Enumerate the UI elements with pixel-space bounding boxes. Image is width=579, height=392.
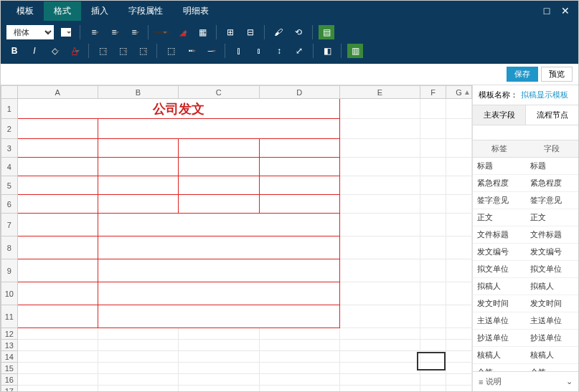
font-size-select[interactable] [58,25,74,39]
cell[interactable] [339,328,420,340]
insert-row-button[interactable]: ▤ [319,25,334,39]
cell[interactable] [98,374,178,386]
col-header[interactable]: E [339,86,420,99]
cell[interactable] [339,259,420,282]
side-tab-1[interactable]: 流程节点 [526,105,578,125]
cell[interactable] [339,99,420,119]
row-header[interactable]: 4 [1,158,18,176]
row-header[interactable]: 9 [1,259,18,282]
cell[interactable] [420,158,446,176]
cell[interactable] [339,305,420,328]
field-row[interactable]: 发文编号发文编号 [473,244,578,261]
preview-button[interactable]: 预览 [541,67,573,82]
menu-tab-4[interactable]: 明细表 [173,1,219,21]
cell[interactable] [179,340,259,351]
cell[interactable] [98,236,339,259]
cell[interactable] [98,176,178,195]
chevron-down-icon[interactable]: ⌄ [566,377,573,386]
cell[interactable] [17,119,98,139]
row-header[interactable]: 17 [1,386,18,392]
cell[interactable] [17,340,98,351]
cell[interactable] [339,386,420,392]
cell[interactable] [98,259,339,282]
split-v-button[interactable]: ⫿ [231,44,247,58]
cell[interactable] [17,386,98,392]
align-center-button[interactable]: ≡ [106,25,122,39]
row-header[interactable]: 11 [1,305,18,328]
cell[interactable] [446,351,471,363]
row-header[interactable]: 14 [1,351,18,363]
field-row[interactable]: 标题标题 [473,158,578,175]
cell[interactable] [98,119,339,139]
text-rotate-button[interactable]: ⤢ [291,44,307,58]
format-painter-button[interactable]: 🖌 [270,25,286,39]
text-vert-button[interactable]: ↕ [271,44,287,58]
field-row[interactable]: 发文时间发文时间 [473,295,578,312]
cell[interactable] [98,340,178,351]
cell[interactable] [339,119,420,139]
cell[interactable] [179,176,259,195]
field-row[interactable]: 紧急程度紧急程度 [473,175,578,192]
cell[interactable] [446,236,471,259]
cell[interactable] [446,305,471,328]
row-header[interactable]: 1 [1,99,18,119]
cell[interactable] [339,158,420,176]
cell[interactable] [179,363,259,374]
clear-format-button[interactable]: ⟲ [291,25,306,39]
search-input[interactable] [473,125,578,140]
cell[interactable] [17,176,98,195]
row-header[interactable]: 15 [1,363,18,374]
cell[interactable] [259,340,339,351]
cell[interactable] [446,214,471,236]
cell[interactable] [446,374,471,386]
cell[interactable] [446,340,471,351]
cell[interactable] [17,282,98,305]
cell[interactable] [446,363,471,374]
font-select[interactable]: 楷体 [6,25,54,39]
italic-button[interactable]: I [27,44,42,58]
cell[interactable] [17,351,98,363]
border-weight-button[interactable]: ─ [203,44,219,58]
cell[interactable] [259,351,339,363]
cell[interactable] [98,139,178,158]
row-header[interactable]: 12 [1,328,18,340]
field-row[interactable]: 签字意见签字意见 [473,192,578,209]
cell[interactable] [98,351,178,363]
cell[interactable] [17,305,98,328]
cell[interactable] [420,340,446,351]
field-row[interactable]: 主送单位主送单位 [473,312,578,330]
cell[interactable] [179,351,259,363]
cell[interactable] [17,363,98,374]
cell[interactable] [98,214,339,236]
cell[interactable] [420,386,446,392]
row-header[interactable]: 3 [1,139,18,158]
cell[interactable] [259,158,339,176]
cell[interactable] [420,236,446,259]
menu-tab-2[interactable]: 插入 [81,1,118,21]
align-left-button[interactable]: ≡ [86,25,102,39]
menu-tab-3[interactable]: 字段属性 [118,1,173,21]
unmerge-button[interactable]: ⊟ [243,25,258,39]
cell[interactable] [446,386,471,392]
cell[interactable] [179,374,259,386]
side-tab-0[interactable]: 主表字段 [473,105,526,125]
cell[interactable] [420,363,446,374]
line-style-select[interactable] [154,25,170,39]
cell[interactable] [420,374,446,386]
cell[interactable] [98,282,339,305]
cell[interactable]: 公司发文 [17,99,339,119]
col-header[interactable]: D [259,86,339,99]
cell[interactable] [98,386,178,392]
col-header[interactable]: A [17,86,98,99]
cell[interactable] [98,158,178,176]
cell[interactable] [420,99,446,119]
col-header[interactable]: B [98,86,178,99]
cell[interactable] [446,99,471,119]
cell[interactable] [420,282,446,305]
collapse-icon[interactable]: ≡ [479,378,483,386]
cell[interactable] [339,139,420,158]
cell[interactable] [339,374,420,386]
valign-bot-button[interactable]: ⬚ [135,44,151,58]
cell[interactable] [420,259,446,282]
row-header[interactable]: 16 [1,374,18,386]
